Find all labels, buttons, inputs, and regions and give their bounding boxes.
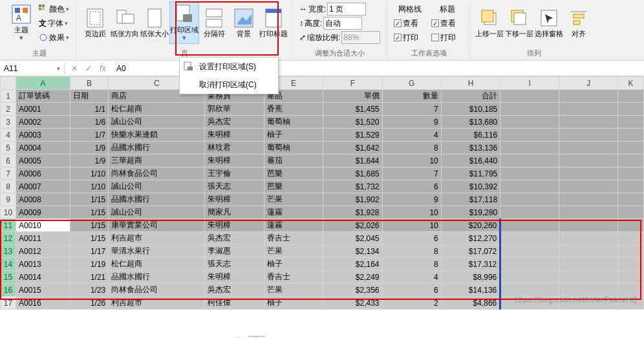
cell[interactable]: $12,270 <box>441 232 500 245</box>
cell[interactable] <box>559 154 618 167</box>
cell[interactable]: A0006 <box>16 167 70 180</box>
row-header-6[interactable]: 6 <box>1 154 16 167</box>
cell[interactable]: 吳杰宏 <box>205 116 264 129</box>
cell[interactable]: 1/9 <box>70 154 109 167</box>
cancel-formula-button[interactable]: ✕ <box>69 64 80 73</box>
print-titles-button[interactable]: 打印标题 <box>259 1 288 44</box>
cell[interactable]: 葡萄柚 <box>264 142 323 154</box>
cell[interactable]: $2,249 <box>323 271 382 284</box>
row-header-5[interactable]: 5 <box>1 142 16 154</box>
cell[interactable]: 誠山公司 <box>109 116 205 129</box>
cell[interactable]: $2,045 <box>323 232 382 245</box>
row-header-10[interactable]: 10 <box>1 206 16 219</box>
cell[interactable]: 品國水國行 <box>109 193 205 206</box>
cell[interactable]: 三華超商 <box>109 154 205 167</box>
themes-button[interactable]: A 主题▾ <box>6 1 36 44</box>
cell[interactable] <box>618 167 644 180</box>
header-cell[interactable]: 單價 <box>323 90 382 103</box>
cell[interactable]: $2,356 <box>323 284 382 297</box>
cell[interactable] <box>559 219 618 232</box>
header-cell[interactable]: 日期 <box>70 90 109 103</box>
header-cell[interactable]: 合計 <box>441 90 500 103</box>
cell[interactable]: 松仁超商 <box>109 258 205 271</box>
cell[interactable]: $19,280 <box>441 206 500 219</box>
cell[interactable]: 1/21 <box>70 271 109 284</box>
cell[interactable]: $1,644 <box>323 154 382 167</box>
cell[interactable]: 10 <box>382 154 441 167</box>
cell[interactable]: 芭樂 <box>264 167 323 180</box>
cell[interactable] <box>500 271 559 284</box>
cell[interactable]: 1/19 <box>70 258 109 271</box>
cell[interactable] <box>500 193 559 206</box>
cell[interactable] <box>500 180 559 193</box>
cell[interactable]: 松仁超商 <box>109 103 205 116</box>
cell[interactable]: 10 <box>382 206 441 219</box>
cell[interactable] <box>500 232 559 245</box>
cell[interactable] <box>500 258 559 271</box>
colors-button[interactable]: 颜色▾ <box>39 3 69 16</box>
cell[interactable]: 香吉士 <box>264 232 323 245</box>
cell[interactable]: 林玟君 <box>205 142 264 154</box>
cell[interactable]: 利吉超市 <box>109 297 205 310</box>
cell[interactable]: A0016 <box>16 297 70 310</box>
cell[interactable]: A0010 <box>16 219 70 232</box>
row-header-7[interactable]: 7 <box>1 167 16 180</box>
row-header-14[interactable]: 14 <box>1 258 16 271</box>
cell[interactable]: $17,312 <box>441 258 500 271</box>
cell[interactable] <box>559 206 618 219</box>
margins-button[interactable]: 页边距 <box>80 1 110 44</box>
cell[interactable]: $2,134 <box>323 245 382 258</box>
row-header-8[interactable]: 8 <box>1 180 16 193</box>
height-spinner[interactable]: 自动 <box>323 17 362 30</box>
cell[interactable]: 蓮霧 <box>264 206 323 219</box>
cancel-print-area-item[interactable]: 取消打印区域(C) <box>180 76 278 94</box>
row-header-9[interactable]: 9 <box>1 193 16 206</box>
cell[interactable] <box>559 142 618 154</box>
cell[interactable]: 尚林食品公司 <box>109 284 205 297</box>
cell[interactable]: 6 <box>382 232 441 245</box>
cell[interactable]: 張天志 <box>205 258 264 271</box>
selection-pane-button[interactable]: 选择窗格 <box>534 1 564 44</box>
col-header-G[interactable]: G <box>382 77 441 90</box>
cell[interactable]: A0001 <box>16 103 70 116</box>
cell[interactable] <box>618 116 644 129</box>
cell[interactable]: $2,433 <box>323 297 382 310</box>
cell[interactable]: 香吉士 <box>264 271 323 284</box>
row-header-15[interactable]: 15 <box>1 271 16 284</box>
cell[interactable]: 2 <box>382 297 441 310</box>
header-cell[interactable]: 數量 <box>382 90 441 103</box>
cell[interactable]: 李淑惠 <box>205 245 264 258</box>
cell[interactable]: 7 <box>382 103 441 116</box>
cell[interactable]: 柚子 <box>264 258 323 271</box>
header-cell[interactable]: 訂單號碼 <box>16 90 70 103</box>
grid-print-check[interactable]: 打印 <box>394 31 426 44</box>
cell[interactable]: $2,164 <box>323 258 382 271</box>
cell[interactable] <box>500 103 559 116</box>
cell[interactable]: 誠山公司 <box>109 180 205 193</box>
cell[interactable]: $16,440 <box>441 154 500 167</box>
cell[interactable]: A0007 <box>16 180 70 193</box>
cell[interactable]: 9 <box>382 116 441 129</box>
cell[interactable] <box>500 154 559 167</box>
cell[interactable]: 張天志 <box>205 180 264 193</box>
cell[interactable]: 品國水國行 <box>109 142 205 154</box>
name-box[interactable]: A11▾ <box>0 63 65 74</box>
cell[interactable]: A0003 <box>16 129 70 142</box>
cell[interactable]: $17,118 <box>441 193 500 206</box>
cell[interactable] <box>618 219 644 232</box>
cell[interactable]: A0015 <box>16 284 70 297</box>
cell[interactable]: 朱明樟 <box>205 193 264 206</box>
row-header-12[interactable]: 12 <box>1 232 16 245</box>
cell[interactable] <box>618 103 644 116</box>
cell[interactable]: $10,185 <box>441 103 500 116</box>
cell[interactable]: 快樂水果連鎖 <box>109 129 205 142</box>
fonts-button[interactable]: 文字体▾ <box>39 17 69 30</box>
cell[interactable] <box>559 193 618 206</box>
send-backward-button[interactable]: 下移一层 <box>504 1 534 44</box>
cell[interactable]: $1,529 <box>323 129 382 142</box>
cell[interactable]: $10,392 <box>441 180 500 193</box>
cell[interactable] <box>559 232 618 245</box>
cell[interactable]: 朱明樟 <box>205 271 264 284</box>
cell[interactable]: 4 <box>382 271 441 284</box>
col-header-A[interactable]: A <box>16 77 70 90</box>
